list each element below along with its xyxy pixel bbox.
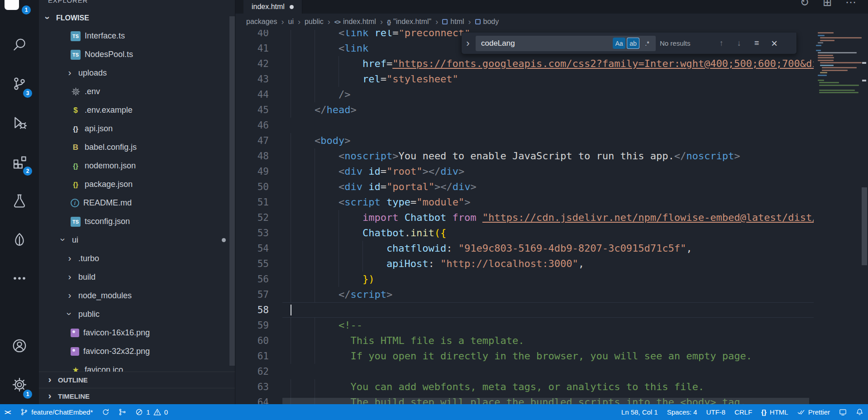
line-content[interactable]: rel="stylesheet" [282, 72, 814, 87]
line-content[interactable]: /> [282, 87, 814, 102]
line-number[interactable]: 60 [235, 333, 282, 348]
cursor-position[interactable]: Ln 58, Col 1 [617, 404, 663, 420]
line-number[interactable]: 50 [235, 179, 282, 195]
split-editor-icon[interactable]: ⊞ [823, 0, 832, 9]
code-line-52[interactable]: 52import Chatbot from "https://cdn.jsdel… [235, 210, 814, 225]
code-line-44[interactable]: 44/> [235, 87, 814, 102]
code-line-51[interactable]: 51<script type="module"> [235, 195, 814, 210]
line-content[interactable]: chatflowid: "91e9c803-5169-4db9-8207-3c0… [282, 241, 814, 256]
tree-folder-ui[interactable]: ›ui [39, 231, 235, 249]
line-content[interactable] [282, 302, 814, 318]
line-number[interactable]: 64 [235, 395, 282, 404]
regex-toggle[interactable]: .* [641, 38, 653, 49]
line-number[interactable]: 47 [235, 133, 282, 148]
tree-item-nodemon-json[interactable]: {}nodemon.json [39, 157, 235, 175]
line-number[interactable]: 44 [235, 87, 282, 102]
formatter-prettier[interactable]: Prettier [793, 404, 835, 420]
line-content[interactable]: href="https://fonts.googleapis.com/css2?… [282, 56, 814, 72]
line-number[interactable]: 40 [235, 30, 282, 41]
activity-extensions[interactable]: 2 [0, 142, 39, 181]
line-content[interactable]: You can add webfonts, meta tags, or anal… [282, 379, 814, 395]
line-number[interactable]: 55 [235, 256, 282, 272]
line-number[interactable]: 59 [235, 318, 282, 333]
line-number[interactable]: 46 [235, 118, 282, 133]
find-next-button[interactable]: ↓ [732, 37, 746, 50]
line-number[interactable]: 63 [235, 379, 282, 395]
line-content[interactable] [282, 364, 814, 379]
line-content[interactable]: <script type="module"> [282, 195, 814, 210]
line-content[interactable]: If you open it directly in the browser, … [282, 348, 814, 364]
tree-item-nodespool-ts[interactable]: TSNodesPool.ts [39, 45, 235, 64]
find-previous-button[interactable]: ↑ [715, 37, 728, 50]
code-line-56[interactable]: 56}) [235, 272, 814, 287]
code-line-63[interactable]: 63 You can add webfonts, meta tags, or a… [235, 379, 814, 395]
code-line-47[interactable]: 47<body> [235, 133, 814, 148]
tree-folder-public[interactable]: ›public [39, 305, 235, 324]
activity-explorer[interactable]: 1 [0, 0, 39, 25]
section-header-flowise[interactable]: › FLOWISE [39, 11, 235, 25]
code-line-50[interactable]: 50<div id="portal"></div> [235, 179, 814, 195]
language-mode[interactable]: {}HTML [757, 404, 793, 420]
panel-outline[interactable]: › OUTLINE [39, 372, 235, 388]
line-content[interactable]: <body> [282, 133, 814, 148]
tree-folder--turbo[interactable]: ›.turbo [39, 249, 235, 268]
encoding[interactable]: UTF-8 [701, 404, 730, 420]
tree-folder-build[interactable]: ›build [39, 268, 235, 286]
find-close-button[interactable]: × [768, 37, 781, 50]
code-line-53[interactable]: 53Chatbot.init({ [235, 225, 814, 241]
activity-accounts[interactable] [0, 326, 39, 365]
line-content[interactable]: <div id="root"></div> [282, 164, 814, 179]
refresh-icon[interactable]: ↻ [800, 0, 809, 9]
find-in-selection-button[interactable]: ≡ [750, 37, 763, 50]
code-line-43[interactable]: 43rel="stylesheet" [235, 72, 814, 87]
code-line-55[interactable]: 55apiHost: "http://localhost:3000", [235, 256, 814, 272]
code-line-54[interactable]: 54chatflowid: "91e9c803-5169-4db9-8207-3… [235, 241, 814, 256]
line-number[interactable]: 53 [235, 225, 282, 241]
tab-index-html[interactable]: index.html [243, 0, 302, 14]
tree-item-tsconfig-json[interactable]: TStsconfig.json [39, 212, 235, 231]
breadcrumb-item-body[interactable]: body [475, 18, 499, 26]
code-line-57[interactable]: 57</script> [235, 287, 814, 302]
code-line-61[interactable]: 61 If you open it directly in the browse… [235, 348, 814, 364]
activity-testing[interactable] [0, 181, 39, 220]
tree-item-babel-config-js[interactable]: Bbabel.config.js [39, 138, 235, 157]
line-content[interactable]: apiHost: "http://localhost:3000", [282, 256, 814, 272]
editor-vertical-scrollbar[interactable] [861, 30, 868, 404]
line-content[interactable]: <!-- [282, 318, 814, 333]
editor-horizontal-scrollbar[interactable] [282, 398, 809, 404]
git-graph[interactable] [114, 404, 131, 420]
code-line-48[interactable]: 48<noscript>You need to enable JavaScrip… [235, 148, 814, 164]
line-number[interactable]: 57 [235, 287, 282, 302]
line-number[interactable]: 56 [235, 272, 282, 287]
activity-search[interactable] [0, 25, 39, 64]
tree-item--env[interactable]: .env [39, 82, 235, 101]
sync-changes[interactable] [97, 404, 114, 420]
line-number[interactable]: 62 [235, 364, 282, 379]
line-number[interactable]: 48 [235, 148, 282, 164]
match-case-toggle[interactable]: Aa [613, 38, 625, 49]
line-content[interactable]: </script> [282, 287, 814, 302]
line-number[interactable]: 58 [235, 302, 282, 318]
line-content[interactable]: <div id="portal"></div> [282, 179, 814, 195]
screencast-mode[interactable] [835, 404, 851, 420]
breadcrumb-item-ui[interactable]: ui [288, 18, 294, 26]
whole-word-toggle[interactable]: ab [627, 38, 639, 49]
tree-item-favicon-16x16-png[interactable]: favicon-16x16.png [39, 324, 235, 342]
line-content[interactable]: Chatbot.init({ [282, 225, 814, 241]
line-number[interactable]: 51 [235, 195, 282, 210]
activity-settings[interactable]: 1 [0, 365, 39, 404]
eol-sequence[interactable]: CRLF [730, 404, 757, 420]
code-line-60[interactable]: 60 This HTML file is a template. [235, 333, 814, 348]
tree-item-api-json[interactable]: {}api.json [39, 119, 235, 138]
indentation[interactable]: Spaces: 4 [663, 404, 702, 420]
line-number[interactable]: 61 [235, 348, 282, 364]
line-number[interactable]: 54 [235, 241, 282, 256]
tree-item-package-json[interactable]: {}package.json [39, 175, 235, 194]
line-content[interactable]: This HTML file is a template. [282, 333, 814, 348]
scrollbar-thumb[interactable] [862, 187, 867, 265]
remote-indicator[interactable]: >< [0, 404, 16, 420]
tree-item-readme-md[interactable]: iREADME.md [39, 194, 235, 212]
line-number[interactable]: 49 [235, 164, 282, 179]
code-line-46[interactable]: 46 [235, 118, 814, 133]
git-branch[interactable]: feature/ChatEmbed* [16, 404, 97, 420]
